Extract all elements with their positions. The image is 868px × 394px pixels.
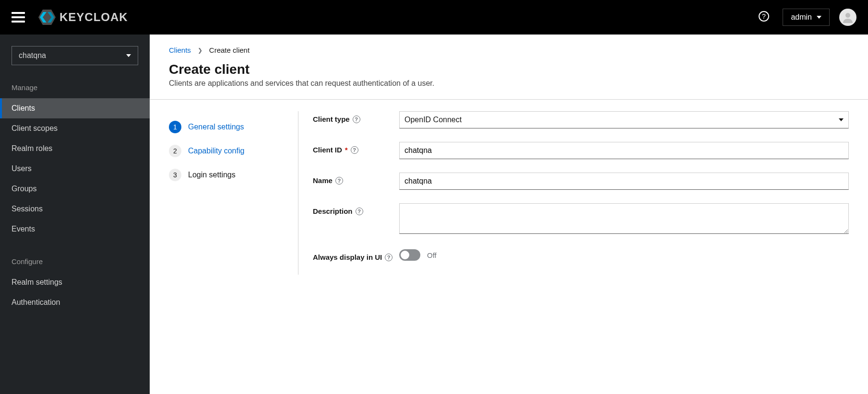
page-title: Create client [169,62,849,77]
wizard-step-general-settings[interactable]: 1 General settings [169,115,298,139]
sidebar-item-realm-settings[interactable]: Realm settings [0,272,150,292]
realm-selector[interactable]: chatqna [12,46,138,65]
wizard-step-login-settings[interactable]: 3 Login settings [169,163,298,187]
always-display-state: Off [427,251,437,259]
help-icon[interactable]: ? [759,11,769,23]
help-icon[interactable]: ? [335,177,343,185]
sidebar-item-realm-roles[interactable]: Realm roles [0,139,150,159]
breadcrumb: Clients ❯ Create client [169,46,849,54]
description-textarea[interactable] [399,203,849,234]
top-header: KEYCLOAK ? admin [0,0,868,35]
name-input[interactable] [399,173,849,190]
sidebar-item-clients[interactable]: Clients [0,98,150,118]
sidebar-section-configure: Configure [0,251,150,272]
sidebar-item-client-scopes[interactable]: Client scopes [0,118,150,139]
sidebar: chatqna Manage Clients Client scopes Rea… [0,35,150,394]
caret-down-icon [839,118,844,121]
sidebar-item-sessions[interactable]: Sessions [0,199,150,219]
sidebar-item-events[interactable]: Events [0,219,150,239]
name-label: Name ? [313,173,399,185]
realm-selector-value: chatqna [19,51,46,60]
page-description: Clients are applications and services th… [169,79,849,88]
always-display-label: Always display in UI ? [313,249,399,261]
breadcrumb-current: Create client [209,46,250,54]
help-icon[interactable]: ? [385,254,392,261]
user-menu-label: admin [791,13,812,22]
breadcrumb-parent[interactable]: Clients [169,46,191,54]
always-display-toggle[interactable] [399,249,420,261]
brand-logo[interactable]: KEYCLOAK [38,10,128,25]
sidebar-item-authentication[interactable]: Authentication [0,292,150,313]
wizard-steps-nav: 1 General settings 2 Capability config 3… [169,111,298,275]
keycloak-logo-icon [38,10,56,25]
wizard-step-number: 1 [169,121,181,133]
main-content: Clients ❯ Create client Create client Cl… [150,35,868,394]
svg-text:?: ? [762,12,766,20]
user-menu[interactable]: admin [783,9,830,26]
wizard-step-capability-config[interactable]: 2 Capability config [169,139,298,163]
chevron-right-icon: ❯ [198,47,202,54]
wizard-step-label: Login settings [188,171,236,179]
help-icon[interactable]: ? [353,116,360,123]
sidebar-item-users[interactable]: Users [0,159,150,179]
brand-name: KEYCLOAK [59,11,128,24]
caret-down-icon [126,54,131,57]
help-icon[interactable]: ? [351,146,358,154]
sidebar-section-manage: Manage [0,77,150,98]
description-label: Description ? [313,203,399,215]
client-type-value: OpenID Connect [404,116,462,124]
client-type-label: Client type ? [313,111,399,123]
svg-point-5 [845,13,850,18]
wizard-step-label: Capability config [188,147,244,155]
hamburger-menu-button[interactable] [12,12,25,23]
wizard-form: Client type ? OpenID Connect Client ID * [298,111,849,275]
sidebar-item-groups[interactable]: Groups [0,179,150,199]
caret-down-icon [817,16,821,19]
wizard-step-number: 2 [169,145,181,157]
avatar[interactable] [839,9,856,26]
client-id-input[interactable] [399,142,849,159]
client-type-select[interactable]: OpenID Connect [399,111,849,128]
help-icon[interactable]: ? [356,208,363,215]
wizard-step-label: General settings [188,123,244,131]
wizard-step-number: 3 [169,169,181,181]
client-id-label: Client ID * ? [313,142,399,154]
